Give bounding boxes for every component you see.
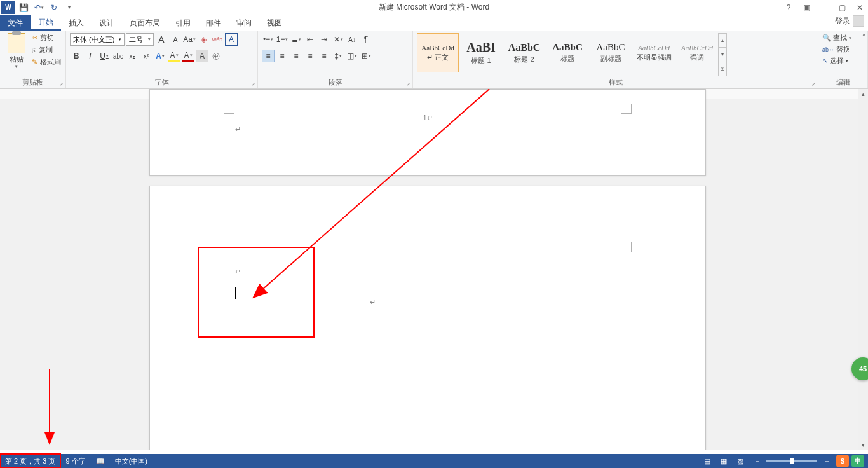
status-language[interactable]: 中文(中国) xyxy=(110,454,153,468)
show-marks-button[interactable]: ¶ xyxy=(360,33,372,46)
tab-references[interactable]: 引用 xyxy=(168,15,198,31)
style-name-label: 标题 1 xyxy=(471,56,491,65)
style-preview: AaBbCcDd xyxy=(681,44,713,52)
undo-button[interactable]: ↶ xyxy=(32,1,46,14)
replace-icon: ab↔ xyxy=(822,46,834,53)
find-button[interactable]: 🔍查找▾ xyxy=(822,33,851,43)
page-1[interactable]: 1↵ ↵ xyxy=(149,89,706,176)
close-button[interactable]: ✕ xyxy=(851,1,868,14)
shrink-font-button[interactable]: A xyxy=(169,33,182,46)
grow-font-button[interactable]: A xyxy=(155,33,168,46)
zoom-thumb[interactable] xyxy=(790,458,794,464)
ribbon-options-button[interactable]: ▣ xyxy=(798,1,815,14)
qat-customize[interactable]: ▾ xyxy=(62,1,76,14)
decrease-indent-button[interactable]: ⇤ xyxy=(304,33,316,46)
style-item-2[interactable]: AaBbC标题 2 xyxy=(503,33,545,72)
styles-gallery[interactable]: AaBbCcDd↵ 正文AaBI标题 1AaBbC标题 2AaBbC标题AaBb… xyxy=(417,33,718,72)
print-layout-button[interactable]: ▦ xyxy=(717,455,731,467)
clear-formatting-button[interactable]: ◈ xyxy=(197,33,210,46)
underline-button[interactable]: U xyxy=(98,50,111,62)
scroll-down-button[interactable]: ▾ xyxy=(858,440,868,450)
italic-button[interactable]: I xyxy=(84,50,97,62)
save-button[interactable]: 💾 xyxy=(17,1,31,14)
tab-home[interactable]: 开始 xyxy=(31,15,61,31)
justify-button[interactable]: ≡ xyxy=(304,50,316,62)
borders-button[interactable]: ⊞ xyxy=(360,50,372,62)
minimize-button[interactable]: — xyxy=(816,1,832,14)
tab-mailings[interactable]: 邮件 xyxy=(198,15,229,31)
format-painter-button[interactable]: ✎格式刷 xyxy=(32,57,61,67)
bullets-button[interactable]: •≡ xyxy=(262,33,275,46)
font-color-button[interactable]: A xyxy=(182,50,194,62)
scroll-up-button[interactable]: ▴ xyxy=(858,89,868,99)
increase-indent-button[interactable]: ⇥ xyxy=(318,33,330,46)
enclose-char-button[interactable]: ㊥ xyxy=(210,50,222,62)
gallery-more-button[interactable]: ⊻ xyxy=(719,62,726,76)
tab-insert[interactable]: 插入 xyxy=(61,15,92,31)
zoom-out-button[interactable]: － xyxy=(750,455,764,467)
strikethrough-button[interactable]: abc xyxy=(112,50,125,62)
superscript-button[interactable]: x² xyxy=(140,50,153,62)
status-proofing[interactable]: 📖 xyxy=(91,454,110,468)
tab-design[interactable]: 设计 xyxy=(92,15,122,31)
select-button[interactable]: ↖选择▾ xyxy=(822,56,851,65)
char-shading-button[interactable]: A xyxy=(196,50,208,62)
numbering-button[interactable]: 1≡ xyxy=(276,33,288,46)
replace-button[interactable]: ab↔替换 xyxy=(822,45,851,54)
style-item-5[interactable]: AaBbCcDd不明显强调 xyxy=(633,33,675,72)
bold-button[interactable]: B xyxy=(70,50,83,62)
line-spacing-button[interactable]: ‡ xyxy=(332,50,344,62)
ime-sogou-icon[interactable]: S xyxy=(836,455,849,467)
change-case-button[interactable]: Aa xyxy=(183,33,196,46)
char-border-button[interactable]: A xyxy=(225,33,238,46)
gallery-up-button[interactable]: ▴ xyxy=(719,34,726,48)
clipboard-launcher[interactable]: ⤢ xyxy=(59,81,64,87)
font-size-combo[interactable]: 二号▾ xyxy=(126,33,154,46)
style-item-3[interactable]: AaBbC标题 xyxy=(546,33,588,72)
distribute-button[interactable]: ≡ xyxy=(318,50,330,62)
styles-launcher[interactable]: ⤢ xyxy=(811,81,816,87)
tab-file[interactable]: 文件 xyxy=(0,15,31,31)
zoom-in-button[interactable]: ＋ xyxy=(820,455,834,467)
tab-view[interactable]: 视图 xyxy=(259,15,290,31)
sort-button[interactable]: A↕ xyxy=(346,33,358,46)
align-right-button[interactable]: ≡ xyxy=(290,50,302,62)
font-launcher[interactable]: ⤢ xyxy=(251,81,255,87)
copy-button[interactable]: ⎘复制 xyxy=(32,45,61,55)
shading-button[interactable]: ◫ xyxy=(346,50,358,62)
paste-button[interactable]: 粘贴 ▾ xyxy=(4,33,29,69)
align-center-button[interactable]: ≡ xyxy=(276,50,288,62)
multilevel-list-button[interactable]: ≣ xyxy=(290,33,302,46)
group-editing: 🔍查找▾ ab↔替换 ↖选择▾ 编辑 xyxy=(818,31,868,88)
login-area[interactable]: 登录 xyxy=(835,15,864,27)
text-effects-button[interactable]: A xyxy=(154,50,166,62)
style-item-6[interactable]: AaBbCcDd强调 xyxy=(676,33,718,72)
gallery-down-button[interactable]: ▾ xyxy=(719,48,726,62)
paragraph-launcher[interactable]: ⤢ xyxy=(406,81,410,87)
help-button[interactable]: ? xyxy=(780,1,797,14)
align-left-button[interactable]: ≡ xyxy=(262,50,275,62)
ime-chinese-icon[interactable]: 中 xyxy=(851,455,864,467)
style-item-4[interactable]: AaBbC副标题 xyxy=(590,33,632,72)
style-item-1[interactable]: AaBI标题 1 xyxy=(460,33,502,72)
phonetic-guide-button[interactable]: wén xyxy=(211,33,224,46)
font-name-combo[interactable]: 宋体 (中文正)▾ xyxy=(70,33,125,46)
style-item-0[interactable]: AaBbCcDd↵ 正文 xyxy=(417,33,459,72)
cut-button[interactable]: ✂剪切 xyxy=(32,33,61,43)
redo-button[interactable]: ↻ xyxy=(47,1,61,14)
collapse-ribbon-button[interactable]: ^ xyxy=(862,33,865,40)
zoom-slider[interactable] xyxy=(766,460,817,462)
vertical-scrollbar[interactable]: ▴ ▾ xyxy=(858,89,868,450)
tab-layout[interactable]: 页面布局 xyxy=(122,15,168,31)
maximize-button[interactable]: ▢ xyxy=(834,1,850,14)
subscript-button[interactable]: x₂ xyxy=(126,50,139,62)
status-page[interactable]: 第 2 页，共 3 页 xyxy=(0,454,60,468)
asian-layout-button[interactable]: ✕ xyxy=(332,33,344,46)
annotation-box xyxy=(198,247,315,338)
highlight-button[interactable]: A xyxy=(168,50,180,62)
read-mode-button[interactable]: ▤ xyxy=(700,455,714,467)
tab-review[interactable]: 审阅 xyxy=(229,15,259,31)
status-word-count[interactable]: 9 个字 xyxy=(60,454,90,468)
group-font: 宋体 (中文正)▾ 二号▾ A A Aa ◈ wén A B I U abc x… xyxy=(66,31,258,88)
web-layout-button[interactable]: ▨ xyxy=(733,455,747,467)
